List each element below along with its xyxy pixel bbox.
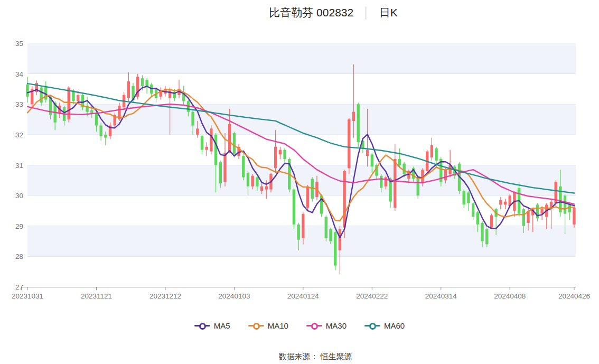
candle-body bbox=[201, 136, 203, 150]
svg-text:30: 30 bbox=[15, 192, 23, 200]
candle-body bbox=[95, 114, 98, 126]
candle-body bbox=[499, 200, 502, 205]
legend-item-ma5[interactable]: MA5 bbox=[194, 321, 230, 330]
candle-body bbox=[430, 145, 433, 157]
legend-item-ma10[interactable]: MA10 bbox=[248, 321, 288, 330]
ma5-legend-icon bbox=[194, 322, 210, 330]
data-source-text: 数据来源： 恒生聚源 bbox=[278, 352, 352, 362]
candle-body bbox=[26, 85, 29, 97]
svg-text:20231031: 20231031 bbox=[12, 292, 43, 300]
candle-body bbox=[283, 150, 286, 159]
svg-text:20240222: 20240222 bbox=[356, 292, 388, 300]
candle-body bbox=[568, 204, 571, 212]
candle-body bbox=[297, 225, 300, 240]
candle-body bbox=[444, 170, 447, 180]
candle-body bbox=[293, 190, 295, 225]
svg-text:28: 28 bbox=[15, 253, 23, 260]
svg-text:31: 31 bbox=[15, 162, 23, 170]
legend-label: MA60 bbox=[384, 321, 405, 330]
candle-body bbox=[472, 203, 474, 217]
candle-body bbox=[366, 150, 369, 156]
candle-body bbox=[504, 202, 507, 205]
candle-body bbox=[371, 154, 373, 166]
svg-text:20240314: 20240314 bbox=[425, 292, 457, 300]
ma30-legend-icon bbox=[306, 322, 322, 330]
candle-body bbox=[233, 133, 236, 154]
candle-body bbox=[219, 162, 222, 183]
svg-text:20240408: 20240408 bbox=[494, 292, 526, 300]
data-source: 数据来源： 恒生聚源 bbox=[0, 352, 599, 362]
candle-body bbox=[191, 112, 194, 126]
candle-body bbox=[247, 173, 249, 186]
candle-body bbox=[380, 176, 382, 188]
candle-body bbox=[260, 186, 263, 191]
candle-body bbox=[306, 186, 309, 208]
candle-body bbox=[481, 223, 483, 241]
candle-body bbox=[334, 232, 336, 265]
candle-body bbox=[573, 208, 575, 225]
candle-body bbox=[490, 216, 493, 228]
candle-body bbox=[357, 104, 360, 142]
candle-body bbox=[463, 191, 465, 204]
svg-text:20240426: 20240426 bbox=[558, 292, 590, 300]
candle-body bbox=[385, 178, 387, 186]
ma60-legend-icon bbox=[364, 322, 380, 330]
legend-label: MA10 bbox=[268, 321, 288, 330]
candle-body bbox=[265, 186, 268, 190]
legend-label: MA30 bbox=[326, 321, 347, 330]
svg-text:20240103: 20240103 bbox=[218, 292, 250, 300]
candle-body bbox=[214, 135, 217, 165]
candle-body bbox=[348, 119, 350, 168]
svg-text:35: 35 bbox=[15, 40, 23, 48]
ma10-legend-icon bbox=[248, 322, 264, 330]
kline-chart: 2728293031323334352023103120231121202312… bbox=[0, 0, 599, 317]
candle-body bbox=[40, 88, 42, 103]
legend-label: MA5 bbox=[214, 321, 230, 330]
candle-body bbox=[398, 159, 401, 165]
svg-text:33: 33 bbox=[15, 100, 23, 108]
candle-body bbox=[325, 217, 327, 238]
candle-body bbox=[228, 124, 231, 152]
candle-body bbox=[104, 135, 107, 138]
candle-body bbox=[205, 147, 208, 150]
candle-body bbox=[403, 164, 405, 174]
candle-body bbox=[127, 81, 130, 98]
candle-body bbox=[467, 192, 470, 203]
candle-body bbox=[343, 171, 345, 228]
y-axis-labels: 272829303132333435 bbox=[15, 40, 24, 291]
candle-body bbox=[352, 112, 355, 121]
x-axis bbox=[21, 287, 576, 290]
svg-text:20231121: 20231121 bbox=[81, 292, 112, 300]
candle-body bbox=[242, 156, 245, 177]
candle-body bbox=[90, 110, 93, 114]
candle-body bbox=[223, 153, 226, 182]
candle-body bbox=[274, 147, 277, 168]
candle-body bbox=[44, 86, 47, 100]
candle-body bbox=[485, 229, 488, 245]
price-bands bbox=[27, 43, 576, 256]
x-axis-labels: 2023103120231121202312122024010320240124… bbox=[12, 292, 590, 300]
candle-body bbox=[476, 212, 479, 225]
candle-body bbox=[417, 178, 419, 196]
chart-legend: MA5 MA10 MA30 MA60 bbox=[0, 321, 599, 330]
candle-body bbox=[564, 195, 566, 214]
svg-text:29: 29 bbox=[15, 222, 23, 230]
svg-text:32: 32 bbox=[15, 131, 23, 139]
candle-body bbox=[302, 214, 304, 238]
candle-body bbox=[329, 229, 332, 241]
candle-body bbox=[251, 176, 254, 186]
svg-text:34: 34 bbox=[15, 70, 24, 78]
candle-body bbox=[522, 209, 525, 226]
candle-body bbox=[394, 159, 396, 208]
candle-body bbox=[196, 128, 199, 135]
svg-text:20231212: 20231212 bbox=[149, 292, 181, 300]
candle-body bbox=[141, 78, 144, 86]
candle-body bbox=[210, 128, 212, 151]
candle-body bbox=[536, 204, 539, 218]
svg-text:27: 27 bbox=[15, 283, 23, 291]
candle-body bbox=[77, 95, 79, 101]
legend-item-ma30[interactable]: MA30 bbox=[306, 321, 347, 330]
legend-item-ma60[interactable]: MA60 bbox=[364, 321, 405, 330]
candle-body bbox=[339, 229, 341, 250]
candle-body bbox=[256, 178, 258, 186]
